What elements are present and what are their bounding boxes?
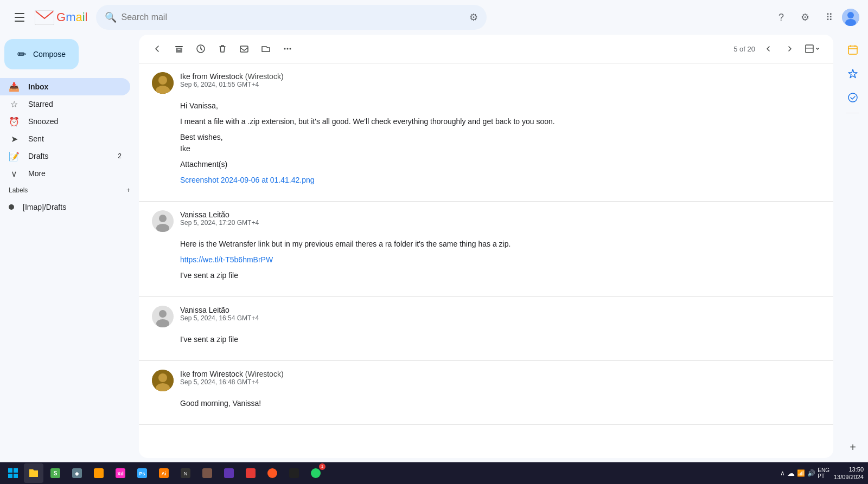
ike-avatar-image — [152, 72, 174, 94]
taskbar-time[interactable]: 13:50 13/09/2024 — [834, 466, 864, 481]
sender-date: Sep 5, 2024, 16:48 GMT+4 — [180, 378, 820, 386]
cloud-icon[interactable]: ☁ — [787, 469, 795, 477]
taskbar: S ◆ Xd Ps Ai N 1 ∧ ☁ 📶 🔊 E — [0, 462, 868, 484]
svg-text:Ps: Ps — [139, 471, 145, 476]
taskbar-app-book[interactable] — [197, 463, 217, 483]
sender-org: (Wirestock) — [245, 370, 284, 378]
main-container: ✏ Compose 📥 Inbox ☆ Starred ⏰ Snoozed ➤ … — [0, 35, 868, 462]
email-header: Vanissa Leitão Sep 5, 2024, 17:20 GMT+4 — [152, 210, 820, 232]
snooze-toolbar-button[interactable] — [191, 39, 210, 59]
taskbar-app-2[interactable]: ◆ — [67, 463, 87, 483]
svg-point-2 — [847, 12, 854, 18]
chevron-up-icon[interactable]: ∧ — [780, 469, 785, 477]
archive-button[interactable] — [169, 39, 189, 59]
sender-name: Vanissa Leitão — [180, 306, 820, 314]
mark-button[interactable] — [234, 39, 254, 59]
taskbar-app-xd[interactable]: Xd — [111, 463, 130, 483]
link-line: https://we.tl/t-T5b6hmBrPW — [180, 254, 820, 266]
email-body: I've sent a zip file — [180, 334, 820, 345]
search-input[interactable] — [121, 12, 465, 22]
taskbar-app-1[interactable]: S — [46, 463, 65, 483]
svg-text:◆: ◆ — [75, 470, 79, 476]
sidebar-item-inbox-label: Inbox — [28, 82, 122, 91]
volume-icon[interactable]: 🔊 — [807, 469, 815, 477]
start-button[interactable] — [4, 464, 22, 482]
taskbar-app-dark[interactable] — [219, 463, 239, 483]
sidebar-item-sent-label: Sent — [28, 134, 122, 143]
taskbar-app-brave[interactable] — [263, 463, 282, 483]
svg-point-45 — [267, 468, 277, 478]
taskbar-app-ps[interactable]: Ps — [132, 463, 152, 483]
drafts-badge: 2 — [118, 152, 122, 160]
more-toolbar-button[interactable] — [278, 39, 297, 59]
sidebar-item-drafts[interactable]: 📝 Drafts 2 — [0, 147, 130, 165]
taskbar-app-dark2[interactable] — [284, 463, 304, 483]
compose-icon: ✏ — [17, 48, 27, 61]
keep-button[interactable] — [842, 63, 864, 85]
compose-label: Compose — [33, 50, 66, 59]
email-header: Vanissa Leitão Sep 5, 2024, 16:54 GMT+4 — [152, 306, 820, 327]
sidebar-item-inbox[interactable]: 📥 Inbox — [0, 78, 130, 95]
prev-button[interactable] — [760, 40, 777, 57]
view-button[interactable] — [801, 42, 825, 55]
body-line: Good morning, Vanissa! — [180, 398, 820, 409]
labels-add-button[interactable]: + — [126, 186, 130, 194]
sender-avatar — [152, 72, 174, 94]
filter-icon[interactable]: ⚙ — [469, 11, 478, 23]
snooze-icon: ⏰ — [9, 117, 20, 127]
body-line: Here is the Wetransfer link but in my pr… — [180, 238, 820, 250]
more-label: More — [28, 169, 46, 178]
account-avatar[interactable] — [842, 9, 859, 26]
taskbar-right: ∧ ☁ 📶 🔊 ENG PT 13:50 13/09/2024 — [780, 466, 864, 481]
next-button[interactable] — [781, 40, 799, 57]
attachment-label: Attachment(s) — [180, 159, 820, 170]
sender-name: Ike from Wirestock (Wirestock) — [180, 370, 820, 378]
email-toolbar: 5 of 20 — [139, 35, 833, 63]
sidebar-item-starred[interactable]: ☆ Starred — [0, 95, 130, 113]
network-icon[interactable]: 📶 — [797, 469, 805, 477]
svg-point-12 — [158, 76, 167, 85]
taskbar-app-red[interactable] — [241, 463, 260, 483]
windows-icon — [8, 468, 18, 478]
wetransfer-link[interactable]: https://we.tl/t-T5b6hmBrPW — [180, 255, 273, 264]
apps-button[interactable]: ⠿ — [818, 7, 840, 28]
menu-button[interactable] — [9, 7, 30, 28]
sender-avatar — [152, 210, 174, 232]
sidebar-item-snoozed[interactable]: ⏰ Snoozed — [0, 113, 130, 130]
sidebar-item-more[interactable]: ∨ More — [0, 165, 139, 182]
sidebar-item-starred-label: Starred — [28, 100, 122, 108]
add-button[interactable]: + — [842, 436, 864, 458]
calendar-button[interactable] — [842, 39, 864, 61]
taskbar-system-icons: ∧ ☁ 📶 🔊 ENG PT — [780, 467, 829, 479]
taskbar-app-ai[interactable]: Ai — [154, 463, 174, 483]
taskbar-app-notion[interactable]: N — [176, 463, 195, 483]
svg-rect-43 — [224, 468, 234, 478]
svg-rect-42 — [202, 468, 212, 478]
label-item-imap-drafts[interactable]: [Imap]/Drafts — [0, 198, 139, 216]
taskbar-app-explorer[interactable] — [24, 463, 43, 483]
svg-rect-23 — [848, 46, 857, 54]
sidebar-item-sent[interactable]: ➤ Sent — [0, 130, 130, 147]
svg-point-9 — [290, 48, 291, 50]
move-button[interactable] — [256, 39, 276, 59]
back-button[interactable] — [148, 39, 167, 59]
sidebar-item-snoozed-label: Snoozed — [28, 117, 122, 126]
attachment-link[interactable]: Screenshot 2024-09-06 at 01.41.42.png — [180, 176, 315, 184]
email-header: Ike from Wirestock (Wirestock) Sep 5, 20… — [152, 370, 820, 391]
settings-button[interactable]: ⚙ — [794, 7, 816, 28]
taskbar-app-green[interactable]: 1 — [306, 463, 326, 483]
compose-button[interactable]: ✏ Compose — [4, 39, 79, 69]
tasks-button[interactable] — [842, 87, 864, 108]
svg-text:Ai: Ai — [162, 471, 167, 476]
email-body: Hi Vanissa, I meant a file with a .zip e… — [180, 100, 820, 186]
delete-button[interactable] — [213, 39, 232, 59]
vanissa-avatar-2 — [152, 306, 174, 327]
help-button[interactable]: ? — [770, 7, 792, 28]
svg-text:S: S — [54, 470, 58, 476]
body-line: Best wishes,Ike — [180, 132, 820, 154]
taskbar-app-3[interactable] — [89, 463, 108, 483]
sidebar-item-drafts-label: Drafts — [28, 152, 109, 160]
svg-point-8 — [287, 48, 289, 50]
label-dot — [9, 204, 14, 210]
svg-text:N: N — [184, 471, 188, 476]
